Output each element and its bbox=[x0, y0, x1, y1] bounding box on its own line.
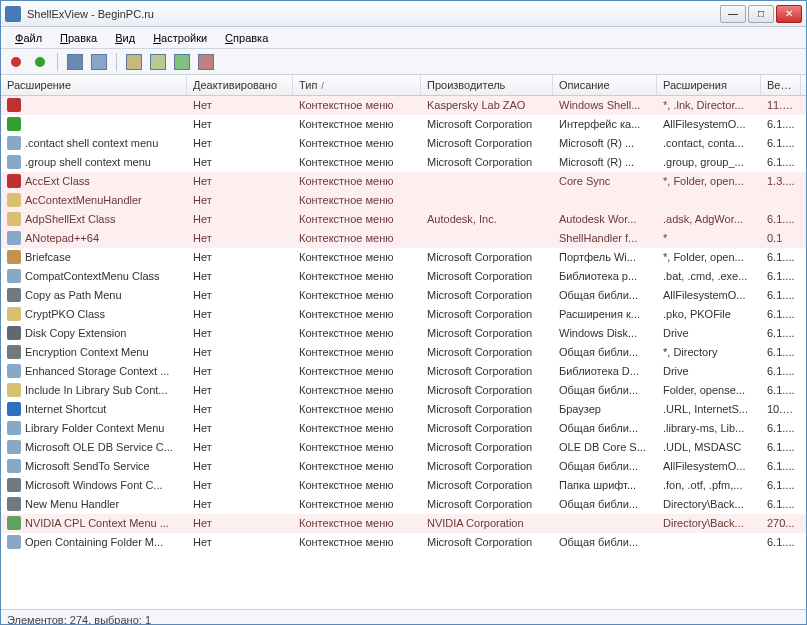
table-row[interactable]: Microsoft SendTo ServiceНетКонтекстное м… bbox=[1, 457, 806, 476]
cell-type: Контекстное меню bbox=[293, 306, 421, 322]
table-row[interactable]: CryptPKO ClassНетКонтекстное менюMicroso… bbox=[1, 305, 806, 324]
table-row[interactable]: Enhanced Storage Context ...НетКонтекстн… bbox=[1, 362, 806, 381]
menu-view[interactable]: Вид bbox=[107, 29, 143, 47]
cell-disabled: Нет bbox=[187, 154, 293, 170]
cell-manufacturer: Microsoft Corporation bbox=[421, 344, 553, 360]
table-row[interactable]: Disk Copy ExtensionНетКонтекстное менюMi… bbox=[1, 324, 806, 343]
menu-help[interactable]: Справка bbox=[217, 29, 276, 47]
cell-type: Контекстное меню bbox=[293, 458, 421, 474]
menu-settings[interactable]: Настройки bbox=[145, 29, 215, 47]
row-icon bbox=[7, 174, 21, 188]
cell-name: NVIDIA CPL Context Menu ... bbox=[25, 517, 169, 529]
table-row[interactable]: Microsoft Windows Font C...НетКонтекстно… bbox=[1, 476, 806, 495]
cell-name: AdpShellExt Class bbox=[25, 213, 116, 225]
cell-manufacturer: Microsoft Corporation bbox=[421, 382, 553, 398]
cell-name: CompatContextMenu Class bbox=[25, 270, 160, 282]
maximize-button[interactable]: □ bbox=[748, 5, 774, 23]
table-row[interactable]: New Menu HandlerНетКонтекстное менюMicro… bbox=[1, 495, 806, 514]
table-row[interactable]: Include In Library Sub Cont...НетКонтекс… bbox=[1, 381, 806, 400]
cell-name: Include In Library Sub Cont... bbox=[25, 384, 167, 396]
refresh-button[interactable] bbox=[173, 53, 191, 71]
cell-name: AcContextMenuHandler bbox=[25, 194, 142, 206]
list-view[interactable]: Расширение Деактивировано Тип/ Производи… bbox=[1, 75, 806, 609]
column-header-description[interactable]: Описание bbox=[553, 75, 657, 95]
row-icon bbox=[7, 402, 21, 416]
statusbar: Элементов: 274, выбрано: 1 bbox=[1, 609, 806, 625]
cell-extensions: .bat, .cmd, .exe... bbox=[657, 268, 761, 284]
row-icon bbox=[7, 421, 21, 435]
cell-name: Disk Copy Extension bbox=[25, 327, 127, 339]
cell-type: Контекстное меню bbox=[293, 344, 421, 360]
cell-version: 6.1.... bbox=[761, 363, 801, 379]
properties-button[interactable] bbox=[90, 53, 108, 71]
cell-disabled: Нет bbox=[187, 192, 293, 208]
row-icon bbox=[7, 516, 21, 530]
copy-button[interactable] bbox=[125, 53, 143, 71]
sort-indicator-icon: / bbox=[321, 81, 324, 91]
table-row[interactable]: НетКонтекстное менюKaspersky Lab ZAOWind… bbox=[1, 96, 806, 115]
cell-extensions: .library-ms, Lib... bbox=[657, 420, 761, 436]
table-row[interactable]: NVIDIA CPL Context Menu ...НетКонтекстно… bbox=[1, 514, 806, 533]
column-header-version[interactable]: Вер... bbox=[761, 75, 801, 95]
row-icon bbox=[7, 212, 21, 226]
cell-type: Контекстное меню bbox=[293, 420, 421, 436]
cell-name: .group shell context menu bbox=[25, 156, 151, 168]
table-row[interactable]: Microsoft OLE DB Service C...НетКонтекст… bbox=[1, 438, 806, 457]
menu-edit[interactable]: Правка bbox=[52, 29, 105, 47]
cell-manufacturer: NVIDIA Corporation bbox=[421, 515, 553, 531]
table-row[interactable]: AccExt ClassНетКонтекстное менюCore Sync… bbox=[1, 172, 806, 191]
cell-version: 11.0... bbox=[761, 97, 801, 113]
table-row[interactable]: ANotepad++64НетКонтекстное менюShellHand… bbox=[1, 229, 806, 248]
cell-version: 6.1.... bbox=[761, 382, 801, 398]
column-header-extensions[interactable]: Расширения bbox=[657, 75, 761, 95]
menu-file[interactable]: Файл bbox=[7, 29, 50, 47]
save-button[interactable] bbox=[66, 53, 84, 71]
row-icon bbox=[7, 250, 21, 264]
cell-type: Контекстное меню bbox=[293, 496, 421, 512]
disable-button[interactable] bbox=[7, 53, 25, 71]
column-header-type[interactable]: Тип/ bbox=[293, 75, 421, 95]
table-row[interactable]: Library Folder Context MenuНетКонтекстно… bbox=[1, 419, 806, 438]
cell-extensions: Drive bbox=[657, 325, 761, 341]
cell-manufacturer: Microsoft Corporation bbox=[421, 154, 553, 170]
table-row[interactable]: Open Containing Folder M...НетКонтекстно… bbox=[1, 533, 806, 552]
cell-manufacturer bbox=[421, 236, 553, 240]
minimize-button[interactable]: — bbox=[720, 5, 746, 23]
cell-extensions: .fon, .otf, .pfm,... bbox=[657, 477, 761, 493]
cell-type: Контекстное меню bbox=[293, 173, 421, 189]
cell-manufacturer: Microsoft Corporation bbox=[421, 249, 553, 265]
close-button[interactable]: ✕ bbox=[776, 5, 802, 23]
table-row[interactable]: BriefcaseНетКонтекстное менюMicrosoft Co… bbox=[1, 248, 806, 267]
cell-name: Internet Shortcut bbox=[25, 403, 106, 415]
cell-extensions: .contact, conta... bbox=[657, 135, 761, 151]
cell-name: CryptPKO Class bbox=[25, 308, 105, 320]
table-row[interactable]: Internet ShortcutНетКонтекстное менюMicr… bbox=[1, 400, 806, 419]
table-row[interactable]: Copy as Path MenuНетКонтекстное менюMicr… bbox=[1, 286, 806, 305]
table-row[interactable]: AcContextMenuHandlerНетКонтекстное меню bbox=[1, 191, 806, 210]
cell-name: Briefcase bbox=[25, 251, 71, 263]
cell-name: Enhanced Storage Context ... bbox=[25, 365, 169, 377]
column-header-disabled[interactable]: Деактивировано bbox=[187, 75, 293, 95]
cell-extensions: Drive bbox=[657, 363, 761, 379]
cell-disabled: Нет bbox=[187, 401, 293, 417]
cell-description: Общая библи... bbox=[553, 287, 657, 303]
table-row[interactable]: .group shell context menuНетКонтекстное … bbox=[1, 153, 806, 172]
table-row[interactable]: НетКонтекстное менюMicrosoft Corporation… bbox=[1, 115, 806, 134]
paste-button[interactable] bbox=[149, 53, 167, 71]
cell-description: Папка шрифт... bbox=[553, 477, 657, 493]
table-row[interactable]: .contact shell context menuНетКонтекстно… bbox=[1, 134, 806, 153]
table-row[interactable]: Encryption Context MenuНетКонтекстное ме… bbox=[1, 343, 806, 362]
exit-button[interactable] bbox=[197, 53, 215, 71]
table-row[interactable]: CompatContextMenu ClassНетКонтекстное ме… bbox=[1, 267, 806, 286]
column-header-extension[interactable]: Расширение bbox=[1, 75, 187, 95]
cell-version: 6.1.... bbox=[761, 458, 801, 474]
cell-manufacturer: Autodesk, Inc. bbox=[421, 211, 553, 227]
enable-button[interactable] bbox=[31, 53, 49, 71]
cell-manufacturer: Kaspersky Lab ZAO bbox=[421, 97, 553, 113]
table-row[interactable]: AdpShellExt ClassНетКонтекстное менюAuto… bbox=[1, 210, 806, 229]
titlebar: ShellExView - BeginPC.ru — □ ✕ bbox=[1, 1, 806, 27]
column-header-manufacturer[interactable]: Производитель bbox=[421, 75, 553, 95]
cell-disabled: Нет bbox=[187, 287, 293, 303]
cell-disabled: Нет bbox=[187, 116, 293, 132]
row-icon bbox=[7, 98, 21, 112]
